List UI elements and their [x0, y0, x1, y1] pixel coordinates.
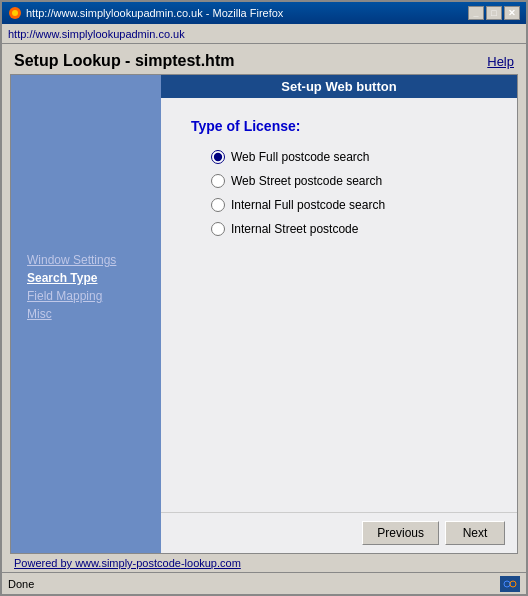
radio-label-web-full: Web Full postcode search [231, 150, 370, 164]
browser-window: http://www.simplylookupadmin.co.uk - Moz… [0, 0, 528, 596]
radio-item-web-full[interactable]: Web Full postcode search [211, 150, 487, 164]
radio-label-web-street: Web Street postcode search [231, 174, 382, 188]
page-content: Setup Lookup - simptest.htm Help Window … [2, 44, 526, 572]
sidebar-item-search-type[interactable]: Search Type [19, 269, 153, 287]
address-bar: http://www.simplylookupadmin.co.uk [2, 24, 526, 44]
radio-item-web-street[interactable]: Web Street postcode search [211, 174, 487, 188]
radio-web-street[interactable] [211, 174, 225, 188]
page-footer: Powered by www.simply-postcode-lookup.co… [2, 554, 526, 572]
content-body: Type of License: Web Full postcode searc… [161, 98, 517, 512]
title-bar-buttons: _ □ ✕ [468, 6, 520, 20]
radio-internal-street[interactable] [211, 222, 225, 236]
status-icon [500, 576, 520, 592]
status-text: Done [8, 578, 34, 590]
radio-web-full[interactable] [211, 150, 225, 164]
title-bar: http://www.simplylookupadmin.co.uk - Moz… [2, 2, 526, 24]
radio-item-internal-street[interactable]: Internal Street postcode [211, 222, 487, 236]
main-layout: Window Settings Search Type Field Mappin… [10, 74, 518, 554]
bottom-nav: Previous Next [161, 512, 517, 553]
svg-point-1 [12, 10, 18, 16]
radio-item-internal-full[interactable]: Internal Full postcode search [211, 198, 487, 212]
content-panel: Set-up Web button Type of License: Web F… [161, 75, 517, 553]
firefox-icon [8, 6, 22, 20]
radio-internal-full[interactable] [211, 198, 225, 212]
sidebar-item-misc[interactable]: Misc [19, 305, 153, 323]
content-header-title: Set-up Web button [281, 79, 396, 94]
next-button[interactable]: Next [445, 521, 505, 545]
status-bar: Done [2, 572, 526, 594]
help-link[interactable]: Help [487, 54, 514, 69]
url-text: http://www.simplylookupadmin.co.uk [8, 28, 185, 40]
sidebar-item-field-mapping[interactable]: Field Mapping [19, 287, 153, 305]
content-header: Set-up Web button [161, 75, 517, 98]
close-button[interactable]: ✕ [504, 6, 520, 20]
footer-link[interactable]: Powered by www.simply-postcode-lookup.co… [14, 557, 241, 569]
page-title: Setup Lookup - simptest.htm [14, 52, 234, 70]
previous-button[interactable]: Previous [362, 521, 439, 545]
radio-label-internal-full: Internal Full postcode search [231, 198, 385, 212]
radio-label-internal-street: Internal Street postcode [231, 222, 358, 236]
radio-group: Web Full postcode search Web Street post… [191, 150, 487, 236]
page-header: Setup Lookup - simptest.htm Help [2, 44, 526, 74]
sidebar-nav: Window Settings Search Type Field Mappin… [11, 243, 161, 331]
title-bar-left: http://www.simplylookupadmin.co.uk - Moz… [8, 6, 283, 20]
sidebar-item-window-settings[interactable]: Window Settings [19, 251, 153, 269]
window-title: http://www.simplylookupadmin.co.uk - Moz… [26, 7, 283, 19]
sidebar: Window Settings Search Type Field Mappin… [11, 75, 161, 553]
minimize-button[interactable]: _ [468, 6, 484, 20]
restore-button[interactable]: □ [486, 6, 502, 20]
license-label: Type of License: [191, 118, 487, 134]
